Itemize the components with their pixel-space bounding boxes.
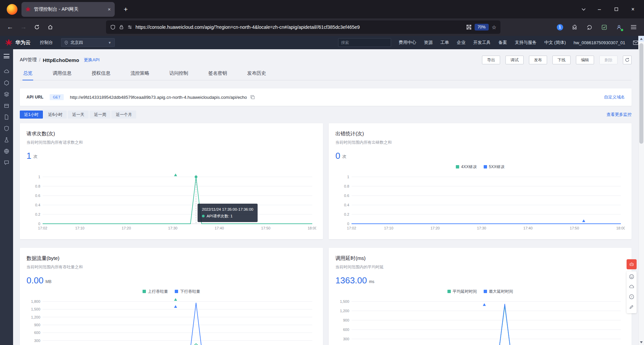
action-buttons: 导出调试发布下线编辑删除: [482, 56, 618, 64]
errors-chart[interactable]: 00.20.40.60.8117:0217:1017:2017:3017:401…: [335, 170, 625, 234]
flask-icon[interactable]: [1, 134, 12, 145]
menu-hamburger-icon[interactable]: [629, 22, 639, 32]
shield-icon[interactable]: [1, 123, 12, 134]
chat-icon[interactable]: [1, 157, 12, 168]
custom-domain-link[interactable]: 自定义域名: [604, 94, 625, 100]
traffic-chart[interactable]: 03006009001,2001,5001,80017:0217:1017:20…: [26, 295, 316, 345]
action-button[interactable]: 发布: [529, 56, 547, 64]
legend-item[interactable]: 4XX错误: [456, 164, 477, 170]
time-range-button[interactable]: 近一个月: [111, 111, 136, 119]
action-button[interactable]: 下线: [552, 56, 571, 64]
permissions-icon[interactable]: [127, 24, 132, 30]
region-selector[interactable]: 北京四 ▼: [61, 38, 115, 47]
url-text[interactable]: https://console.huaweicloud.com/apig/?re…: [136, 24, 463, 30]
topnav-item[interactable]: 备案: [498, 40, 507, 46]
topnav-item[interactable]: 资源: [424, 40, 433, 46]
file-icon[interactable]: [1, 111, 12, 123]
switch-api-link[interactable]: 更换API: [84, 57, 100, 63]
topnav-item[interactable]: 开发工具: [473, 40, 491, 46]
rail-menu-icon[interactable]: [4, 54, 9, 58]
page-scrollbar[interactable]: [638, 36, 644, 345]
qr-scan-icon[interactable]: [466, 24, 472, 30]
more-monitor-link[interactable]: 查看更多监控: [606, 112, 632, 118]
topnav-search-input[interactable]: [341, 40, 393, 45]
requests-chart[interactable]: 00.20.40.60.8117:0217:1017:2017:3017:401…: [26, 170, 316, 234]
refresh-button[interactable]: [623, 56, 632, 64]
forward-button[interactable]: →: [17, 21, 30, 33]
topnav-item[interactable]: 企业: [457, 40, 466, 46]
tab-6[interactable]: 发布历史: [247, 68, 267, 80]
topnav-item[interactable]: 中文 (简体): [544, 40, 566, 46]
action-button[interactable]: 调试: [505, 56, 524, 64]
legend-item[interactable]: 最大延时时间: [484, 289, 513, 294]
minimize-button[interactable]: –: [591, 0, 608, 18]
method-badge: GET: [50, 94, 64, 100]
topnav-item[interactable]: 费用中心: [399, 40, 416, 46]
legend-item[interactable]: 下行吞吐量: [175, 289, 200, 294]
scroll-up-arrow[interactable]: [639, 36, 644, 42]
account-icon[interactable]: [614, 22, 624, 32]
action-button[interactable]: 删除: [599, 56, 618, 64]
time-range-button[interactable]: 近1小时: [20, 111, 43, 119]
scroll-down-arrow[interactable]: [639, 339, 644, 345]
tooltip-line: API请求次数: 1: [207, 214, 232, 218]
breadcrumb-root[interactable]: API管理: [20, 57, 37, 63]
list-tabs-chevron-icon[interactable]: [576, 7, 591, 12]
cloud-icon[interactable]: [1, 66, 12, 77]
extensions-puzzle-icon[interactable]: [570, 22, 580, 32]
stat-value: 1363.00: [335, 276, 367, 285]
tab-4[interactable]: 访问控制: [169, 68, 189, 80]
legend-item[interactable]: 平均延时时间: [447, 289, 477, 294]
topnav-search[interactable]: [338, 38, 391, 47]
home-button[interactable]: [44, 21, 57, 33]
action-button[interactable]: 导出: [482, 56, 500, 64]
layers-icon[interactable]: [1, 88, 12, 100]
time-range-button[interactable]: 近一周: [90, 111, 110, 119]
lock-icon[interactable]: [119, 24, 124, 30]
extension-badge-icon[interactable]: 1: [555, 22, 565, 32]
firefox-logo-icon[interactable]: [7, 4, 17, 15]
box-icon[interactable]: [1, 100, 12, 111]
scrollbar-thumb[interactable]: [639, 43, 643, 144]
topnav-item[interactable]: 支持与服务: [515, 40, 537, 46]
copy-icon[interactable]: [250, 95, 255, 99]
globe-icon[interactable]: [1, 145, 12, 157]
mail-icon[interactable]: [633, 41, 639, 45]
close-window-button[interactable]: ×: [625, 0, 641, 18]
bookmark-star-icon[interactable]: ☆: [492, 24, 496, 30]
cloud-tools-icon[interactable]: [629, 284, 634, 290]
legend-item[interactable]: 5XX错误: [484, 164, 505, 170]
reload-button[interactable]: [30, 21, 44, 33]
legend-item[interactable]: 上行吞吐量: [143, 289, 168, 294]
session-restore-icon[interactable]: [584, 22, 594, 32]
svg-text:900: 900: [34, 323, 40, 327]
zoom-level-badge[interactable]: 70%: [475, 24, 489, 30]
latency-chart[interactable]: 03006009001,2001,50017:0217:1017:2017:30…: [335, 295, 625, 345]
tab-2[interactable]: 授权信息: [91, 68, 111, 80]
time-range-button[interactable]: 近一天: [68, 111, 89, 119]
url-bar[interactable]: https://console.huaweicloud.com/apig/?re…: [106, 20, 500, 34]
help-icon[interactable]: ?: [629, 294, 634, 300]
console-link[interactable]: 控制台: [40, 40, 53, 46]
new-tab-button[interactable]: +: [120, 4, 131, 15]
action-button[interactable]: 编辑: [576, 56, 594, 64]
tab-3[interactable]: 流控策略: [130, 68, 150, 80]
tab-close-icon[interactable]: ×: [108, 6, 111, 12]
svg-text:900: 900: [343, 318, 349, 322]
time-range-button[interactable]: 近6小时: [44, 111, 67, 119]
customer-service-button[interactable]: [627, 259, 637, 269]
adblock-check-icon[interactable]: [599, 22, 609, 32]
browser-tab[interactable]: 管理控制台 - API网关 ×: [21, 2, 115, 17]
topnav-item[interactable]: 工单: [440, 40, 449, 46]
tab-1[interactable]: 调用信息: [52, 68, 72, 80]
topnav-item[interactable]: hw_008618750930307_01: [574, 40, 625, 45]
tab-5[interactable]: 签名密钥: [208, 68, 228, 80]
back-button[interactable]: ←: [3, 21, 17, 33]
survey-edit-icon[interactable]: [629, 304, 634, 310]
huawei-cloud-logo[interactable]: 华为云: [5, 39, 31, 46]
maximize-button[interactable]: [608, 0, 625, 18]
tab-0[interactable]: 总览: [22, 68, 33, 80]
tracking-shield-icon[interactable]: [110, 24, 116, 30]
hexagon-icon[interactable]: [1, 77, 12, 88]
feedback-smiley-icon[interactable]: [629, 274, 634, 280]
